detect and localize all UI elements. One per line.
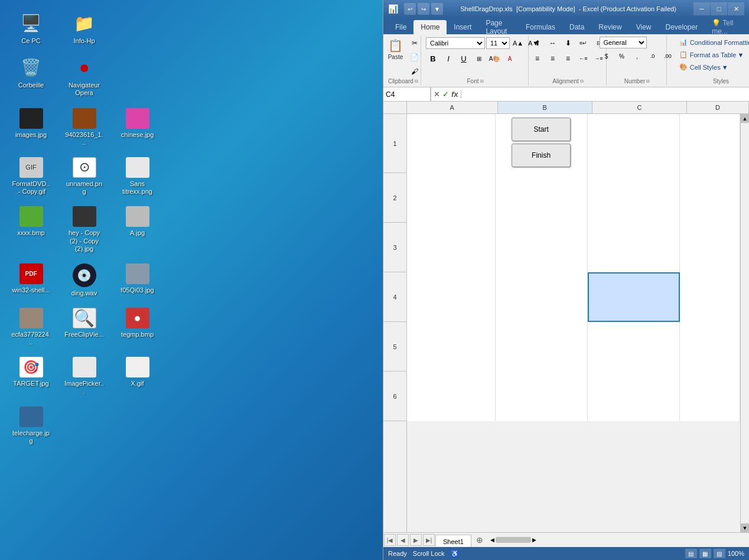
font-size-select[interactable]: 11 (486, 37, 510, 49)
align-center-button[interactable]: ≡ (546, 52, 560, 65)
tab-view[interactable]: View (629, 20, 659, 34)
confirm-formula-button[interactable]: ✓ (442, 90, 449, 99)
desktop-icon-corbeille[interactable]: 🗑️ Corbeille (9, 53, 53, 99)
start-button[interactable]: Start (512, 118, 571, 141)
cell-b3[interactable] (496, 223, 588, 272)
conditional-formatting-button[interactable]: 📊 Conditional Formatting ▼ (675, 37, 749, 48)
desktop-icon-imagepicker[interactable]: ImagePicker... (62, 354, 106, 398)
tab-review[interactable]: Review (591, 20, 628, 34)
font-family-select[interactable]: Calibri (426, 37, 485, 49)
align-right-button[interactable]: ≡ (561, 52, 575, 65)
tab-developer[interactable]: Developer (659, 20, 705, 34)
tab-insert[interactable]: Insert (447, 20, 478, 34)
number-format-select[interactable]: General (600, 37, 647, 48)
align-left-button[interactable]: ≡ (530, 52, 545, 65)
cell-d5[interactable] (680, 322, 740, 372)
fill-color-button[interactable]: A🎨 (487, 52, 501, 65)
underline-button[interactable]: U (457, 52, 471, 65)
insert-function-button[interactable]: fx (451, 90, 458, 99)
cell-d6[interactable] (680, 372, 740, 421)
cell-a4[interactable] (407, 272, 496, 322)
scroll-down-button[interactable]: ▼ (741, 523, 749, 532)
cell-a2[interactable] (407, 173, 496, 223)
cell-b6[interactable] (496, 372, 588, 421)
desktop-icon-a[interactable]: A.jpg (115, 204, 159, 255)
cell-d4[interactable] (680, 272, 740, 322)
minimize-button[interactable]: ─ (693, 2, 710, 15)
cell-b1[interactable]: Start Finish (496, 114, 588, 173)
formula-input[interactable] (461, 90, 749, 99)
cell-c2[interactable] (588, 173, 680, 223)
format-table-button[interactable]: 📋 Format as Table ▼ (675, 49, 748, 60)
col-header-d[interactable]: D (687, 102, 749, 113)
scroll-left-button[interactable]: ◀ (490, 537, 494, 543)
redo-button[interactable]: ↪ (418, 3, 429, 15)
desktop-icon-formatdvd[interactable]: GIF FormatDVD...- Copy.gif (9, 155, 53, 198)
tab-tell-me[interactable]: 💡 Tell me... (705, 20, 744, 34)
cancel-formula-button[interactable]: ✕ (434, 90, 440, 99)
scroll-track-v[interactable] (741, 123, 749, 523)
cut-button[interactable]: ✂ (408, 37, 422, 50)
border-button[interactable]: ⊞ (472, 52, 486, 65)
cell-a3[interactable] (407, 223, 496, 272)
align-top-button[interactable]: ⬆ (530, 37, 545, 50)
maximize-button[interactable]: □ (711, 2, 727, 15)
scroll-thumb-h[interactable] (496, 537, 531, 543)
desktop-icon-tegmp[interactable]: ● tegmp.bmp (115, 305, 159, 349)
cell-a6[interactable] (407, 372, 496, 421)
customize-qat-button[interactable]: ▼ (431, 3, 443, 15)
sheet-prev-button[interactable]: ◀ (397, 534, 409, 546)
comma-button[interactable]: , (630, 50, 644, 63)
font-expander[interactable]: ⧉ (480, 79, 484, 84)
desktop-icon-94023616[interactable]: 94023616_1... (62, 106, 106, 149)
page-layout-view-button[interactable]: ▦ (699, 549, 711, 558)
desktop-icon-ce-pc[interactable]: 🖥️ Ce PC (9, 9, 53, 47)
horizontal-scroll-track[interactable]: ◀ ▶ (488, 533, 749, 547)
clipboard-expander[interactable]: ⧉ (415, 79, 418, 84)
vertical-scrollbar[interactable]: ▲ ▼ (740, 114, 749, 532)
desktop-icon-info-hp[interactable]: 📁 Info-Hp (62, 9, 106, 47)
number-expander[interactable]: ⧉ (646, 79, 650, 84)
percent-button[interactable]: % (615, 50, 629, 63)
desktop-icon-xxxx[interactable]: xxxx.bmp (9, 204, 53, 255)
cell-d1[interactable] (680, 114, 740, 173)
desktop-icon-freeclip[interactable]: 🔍 FreeClipVie... (62, 305, 106, 349)
decrease-decimal-button[interactable]: .0 (646, 50, 660, 63)
tab-formulas[interactable]: Formulas (519, 20, 562, 34)
close-button[interactable]: ✕ (728, 2, 744, 15)
undo-button[interactable]: ↩ (404, 3, 416, 15)
cell-c6[interactable] (588, 372, 680, 421)
add-sheet-button[interactable]: ⊕ (474, 534, 486, 546)
cell-a5[interactable] (407, 322, 496, 372)
format-painter-button[interactable]: 🖌 (408, 65, 422, 78)
tab-data[interactable]: Data (562, 20, 591, 34)
scroll-up-button[interactable]: ▲ (741, 114, 749, 123)
paste-button[interactable]: 📋 Paste (385, 37, 406, 62)
cell-styles-button[interactable]: 🎨 Cell Styles ▼ (675, 61, 732, 73)
sheet-tab-sheet1[interactable]: Sheet1 (435, 535, 471, 547)
bold-button[interactable]: B (426, 52, 440, 65)
wrap-text-button[interactable]: ≡↵ (577, 37, 591, 50)
cell-b5[interactable] (496, 322, 588, 372)
desktop-icon-images[interactable]: images.jpg (9, 106, 53, 149)
align-middle-button[interactable]: ↔ (546, 37, 560, 50)
cell-b4[interactable] (496, 272, 588, 322)
sheet-next-button[interactable]: ▶ (410, 534, 422, 546)
normal-view-button[interactable]: ▤ (685, 549, 697, 558)
cell-c1[interactable] (588, 114, 680, 173)
increase-font-button[interactable]: A▲ (511, 37, 525, 50)
cell-a1[interactable] (407, 114, 496, 173)
sheet-first-button[interactable]: |◀ (384, 534, 396, 546)
font-color-button[interactable]: A (503, 52, 517, 65)
cell-c4[interactable] (588, 272, 680, 322)
decrease-indent-button[interactable]: ←≡ (577, 52, 591, 65)
cell-reference-input[interactable] (383, 87, 431, 101)
cell-c5[interactable] (588, 322, 680, 372)
copy-button[interactable]: 📄 (408, 51, 422, 64)
desktop-icon-target[interactable]: 🎯 TARGET.jpg (9, 354, 53, 398)
tab-home[interactable]: Home (413, 20, 447, 34)
sheet-last-button[interactable]: ▶| (423, 534, 435, 546)
tab-file[interactable]: File (388, 20, 413, 34)
desktop-icon-x-gif[interactable]: X.gif (115, 354, 159, 398)
desktop-icon-win32[interactable]: PDF win32-shell... (9, 261, 53, 299)
